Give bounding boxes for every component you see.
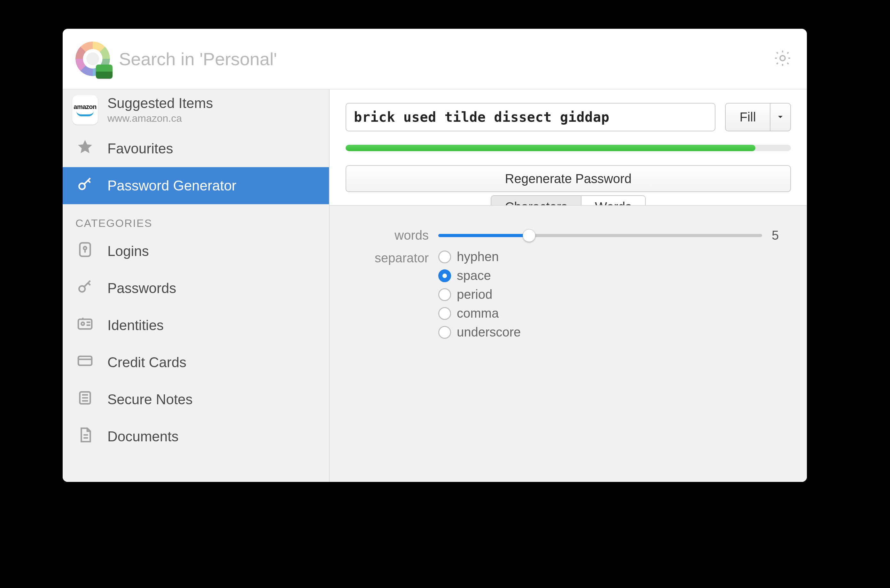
app-window: amazon Suggested Items www.amazon.ca (63, 29, 807, 482)
sidebar-item-label: Secure Notes (107, 392, 193, 408)
generated-password-field[interactable] (345, 103, 716, 131)
sidebar-item-label: Passwords (107, 280, 176, 296)
separator-option-comma[interactable]: comma (438, 306, 521, 321)
vault-icon (75, 42, 110, 76)
radio-label: space (457, 268, 491, 283)
radio-icon (438, 288, 451, 301)
sidebar-item-label: Password Generator (107, 178, 237, 194)
sidebar-item-logins[interactable]: Logins (63, 232, 329, 270)
separator-option-underscore[interactable]: underscore (438, 325, 521, 339)
sidebar-item-password-generator[interactable]: Password Generator (63, 167, 329, 204)
regenerate-password-button[interactable]: Regenerate Password (345, 165, 791, 192)
sidebar-item-label: Suggested Items (107, 95, 213, 111)
sidebar-item-label: Logins (107, 243, 149, 259)
star-icon (76, 138, 94, 159)
sidebar-item-identities[interactable]: Identities (63, 307, 329, 344)
sidebar-item-secure-notes[interactable]: Secure Notes (63, 381, 329, 418)
sidebar-item-label: Identities (107, 317, 164, 333)
gear-icon (773, 49, 792, 69)
separator-option-period[interactable]: period (438, 287, 521, 302)
search-input[interactable] (119, 49, 762, 69)
fill-button[interactable]: Fill (725, 103, 770, 131)
svg-rect-7 (78, 356, 92, 365)
sidebar-item-favourites[interactable]: Favourites (63, 130, 329, 167)
words-slider-label: words (345, 228, 429, 243)
separator-option-space[interactable]: space (438, 268, 521, 283)
key-icon (76, 278, 94, 299)
fill-button-group: Fill (725, 103, 791, 131)
document-icon (76, 426, 94, 447)
amazon-icon: amazon (72, 95, 98, 124)
separator-option-hyphen[interactable]: hyphen (438, 250, 521, 264)
words-slider-value: 5 (772, 228, 791, 243)
credit-card-icon (76, 352, 94, 373)
svg-point-4 (79, 286, 85, 292)
radio-label: comma (457, 306, 499, 321)
sidebar-item-label: Favourites (107, 141, 173, 157)
svg-point-6 (81, 322, 84, 325)
sidebar-item-subtitle: www.amazon.ca (107, 112, 213, 124)
radio-label: period (457, 287, 492, 302)
header-bar (63, 29, 807, 90)
sidebar-item-label: Credit Cards (107, 354, 186, 370)
password-strength-meter (345, 145, 791, 151)
id-card-icon (76, 315, 94, 336)
note-icon (76, 389, 94, 410)
separator-label: separator (345, 250, 429, 265)
radio-label: hyphen (457, 250, 499, 264)
radio-icon (438, 326, 451, 339)
sidebar-item-passwords[interactable]: Passwords (63, 270, 329, 307)
sidebar-item-suggested[interactable]: amazon Suggested Items www.amazon.ca (63, 90, 329, 130)
keyhole-icon (76, 241, 94, 262)
fill-menu-button[interactable] (770, 103, 791, 131)
sidebar-item-documents[interactable]: Documents (63, 418, 329, 455)
sidebar-item-label: Documents (107, 429, 179, 444)
svg-point-0 (780, 56, 785, 61)
key-icon (76, 175, 94, 196)
sidebar: amazon Suggested Items www.amazon.ca (63, 90, 330, 482)
separator-options: hyphen space period (438, 250, 521, 339)
svg-point-1 (79, 183, 85, 189)
svg-point-3 (83, 247, 86, 250)
sidebar-heading-categories: CATEGORIES (63, 204, 329, 232)
radio-icon (438, 250, 451, 263)
settings-button[interactable] (771, 47, 794, 70)
radio-icon (438, 307, 451, 320)
words-slider[interactable] (438, 229, 762, 242)
sidebar-item-credit-cards[interactable]: Credit Cards (63, 344, 329, 381)
generator-options: words 5 separator hyp (330, 205, 807, 482)
chevron-down-icon (776, 110, 785, 124)
svg-rect-5 (78, 319, 92, 329)
radio-label: underscore (457, 325, 521, 339)
radio-icon (438, 269, 451, 282)
main-panel: Fill Regenerate Password (330, 90, 807, 482)
